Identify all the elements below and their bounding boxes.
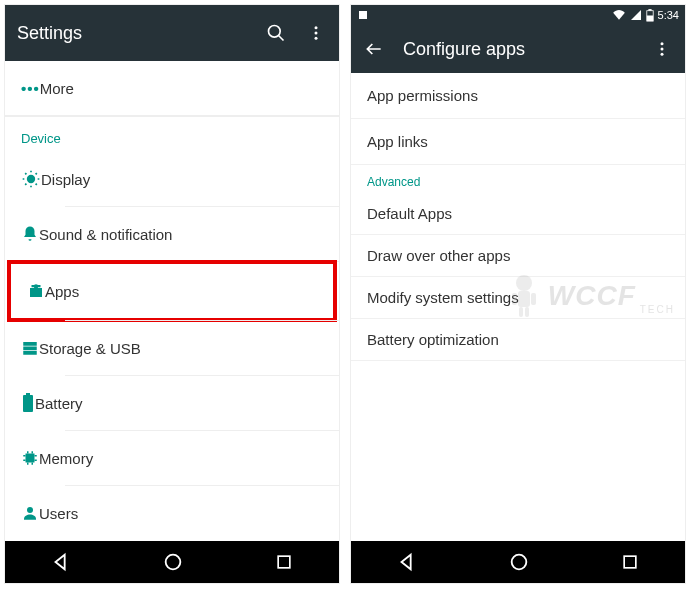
svg-rect-19 (648, 9, 651, 11)
back-arrow-icon[interactable] (363, 38, 385, 60)
svg-rect-18 (646, 15, 652, 21)
list-item-label: App permissions (367, 87, 478, 104)
signal-icon (630, 9, 642, 21)
configure-appbar: Configure apps (351, 25, 685, 73)
screenshot-indicator-icon (357, 9, 369, 21)
more-vert-icon[interactable] (651, 38, 673, 60)
settings-item-display[interactable]: Display (5, 152, 339, 206)
settings-content: ••• More Device Display Sound & notifica… (5, 61, 339, 541)
nav-bar (5, 541, 339, 583)
item-modify-system[interactable]: Modify system settings (351, 277, 685, 319)
svg-rect-7 (23, 342, 37, 346)
svg-rect-15 (278, 556, 290, 568)
settings-item-more[interactable]: ••• More (5, 61, 339, 115)
settings-title: Settings (17, 23, 265, 44)
settings-item-battery[interactable]: Battery (5, 376, 339, 430)
svg-point-20 (661, 42, 664, 45)
svg-rect-16 (359, 11, 367, 19)
settings-item-sound[interactable]: Sound & notification (5, 207, 339, 261)
settings-item-label: Memory (39, 450, 93, 467)
settings-item-label: Display (41, 171, 90, 188)
svg-rect-8 (23, 347, 37, 351)
settings-item-storage[interactable]: Storage & USB (5, 321, 339, 375)
nav-home-icon[interactable] (508, 551, 530, 573)
svg-point-21 (661, 48, 664, 51)
svg-rect-30 (624, 556, 636, 568)
svg-point-5 (27, 175, 35, 183)
configure-apps-screen: 5:34 Configure apps App permissions App … (350, 4, 686, 584)
item-app-links[interactable]: App links (351, 119, 685, 165)
status-bar: 5:34 (351, 5, 685, 25)
settings-item-label: Battery (35, 395, 83, 412)
svg-point-0 (269, 26, 281, 38)
configure-content: App permissions App links Advanced Defau… (351, 73, 685, 541)
svg-rect-9 (23, 351, 37, 355)
apps-highlight: Apps (7, 260, 337, 322)
list-item-label: Battery optimization (367, 331, 499, 348)
storage-icon (21, 339, 39, 357)
section-header-advanced: Advanced (351, 165, 685, 193)
configure-title: Configure apps (403, 39, 651, 60)
item-battery-opt[interactable]: Battery optimization (351, 319, 685, 361)
section-header-device: Device (5, 117, 339, 152)
settings-item-label: Sound & notification (39, 226, 172, 243)
settings-item-apps[interactable]: Apps (11, 264, 333, 318)
more-horiz-icon: ••• (21, 80, 40, 97)
svg-point-13 (27, 507, 33, 513)
settings-item-label: More (40, 80, 74, 97)
settings-item-label: Storage & USB (39, 340, 141, 357)
nav-back-icon[interactable] (396, 551, 418, 573)
list-item-label: Draw over other apps (367, 247, 510, 264)
nav-recent-icon[interactable] (620, 552, 640, 572)
settings-item-label: Users (39, 505, 78, 522)
item-default-apps[interactable]: Default Apps (351, 193, 685, 235)
bell-icon (21, 225, 39, 243)
svg-line-1 (279, 36, 284, 41)
item-draw-over[interactable]: Draw over other apps (351, 235, 685, 277)
status-time: 5:34 (658, 9, 679, 21)
svg-point-14 (166, 555, 181, 570)
svg-rect-12 (26, 454, 35, 463)
list-item-label: App links (367, 133, 428, 150)
settings-item-users[interactable]: Users (5, 486, 339, 540)
svg-point-2 (315, 26, 318, 29)
settings-screen: Settings ••• More Device Display (4, 4, 340, 584)
svg-rect-11 (26, 393, 30, 395)
list-item-label: Modify system settings (367, 289, 519, 306)
settings-item-memory[interactable]: Memory (5, 431, 339, 485)
svg-point-6 (34, 284, 39, 289)
nav-home-icon[interactable] (162, 551, 184, 573)
apps-icon (27, 282, 45, 300)
battery-icon (21, 393, 35, 413)
item-app-permissions[interactable]: App permissions (351, 73, 685, 119)
memory-icon (21, 449, 39, 467)
svg-point-4 (315, 37, 318, 40)
svg-point-22 (661, 53, 664, 56)
svg-rect-10 (23, 395, 33, 412)
svg-point-29 (512, 555, 527, 570)
list-item-label: Default Apps (367, 205, 452, 222)
svg-point-3 (315, 32, 318, 35)
more-vert-icon[interactable] (305, 22, 327, 44)
nav-bar (351, 541, 685, 583)
settings-appbar: Settings (5, 5, 339, 61)
settings-item-label: Apps (45, 283, 79, 300)
battery-status-icon (646, 9, 654, 22)
search-icon[interactable] (265, 22, 287, 44)
person-icon (21, 504, 39, 522)
display-icon (21, 169, 41, 189)
nav-back-icon[interactable] (50, 551, 72, 573)
nav-recent-icon[interactable] (274, 552, 294, 572)
wifi-icon (612, 9, 626, 21)
